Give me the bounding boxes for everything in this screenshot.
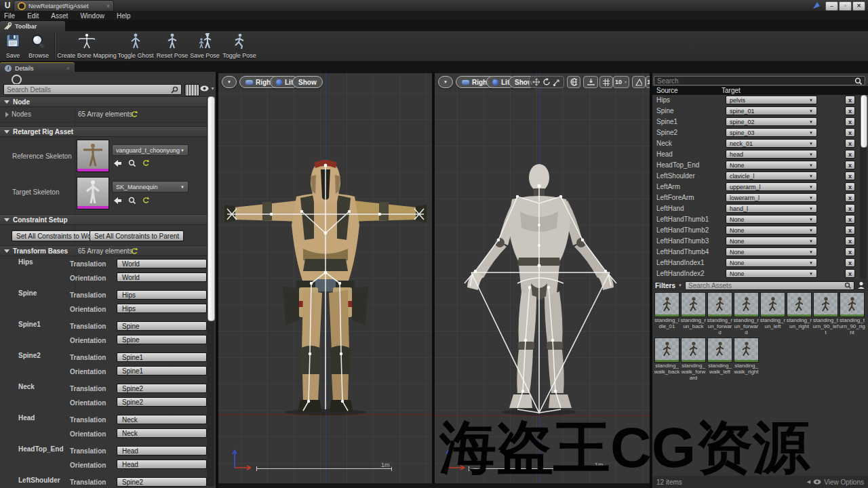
- minimize-button[interactable]: –: [825, 1, 838, 11]
- grid-snap-value-button[interactable]: 10▼: [613, 76, 629, 88]
- clear-mapping-button[interactable]: x: [845, 96, 855, 104]
- toggle-ghost-button[interactable]: Toggle Ghost: [117, 33, 155, 60]
- property-matrix-button[interactable]: [184, 84, 199, 96]
- asset-tile[interactable]: standing_run_left: [760, 292, 786, 336]
- translation-value-dropdown[interactable]: Neck: [117, 415, 207, 424]
- close-button[interactable]: ✕: [852, 1, 865, 11]
- target-bone-dropdown[interactable]: pelvis: [726, 96, 817, 104]
- rotation-snap-value-button[interactable]: 10°▼: [646, 76, 650, 88]
- viewport-options-dropdown[interactable]: ▼: [222, 76, 237, 88]
- target-bone-dropdown[interactable]: None: [726, 161, 817, 169]
- rotate-tool-icon[interactable]: [542, 78, 551, 86]
- asset-tile[interactable]: standing_turn_90_right: [839, 292, 865, 336]
- find-icon[interactable]: [128, 197, 136, 204]
- target-bone-dropdown[interactable]: None: [726, 237, 817, 245]
- menu-item[interactable]: Asset: [51, 12, 76, 20]
- reset-icon[interactable]: [130, 110, 138, 118]
- section-retarget-rig-asset[interactable]: Retarget Rig Asset: [0, 126, 207, 137]
- clear-mapping-button[interactable]: x: [845, 171, 855, 180]
- section-node[interactable]: Node: [0, 96, 207, 107]
- target-bone-dropdown[interactable]: None: [726, 215, 817, 224]
- asset-tab-close-icon[interactable]: ×: [106, 3, 110, 9]
- grid-snap-toggle-button[interactable]: [599, 76, 613, 88]
- asset-tile[interactable]: standing_run_back: [680, 292, 707, 336]
- clear-mapping-button[interactable]: x: [845, 226, 855, 235]
- clear-mapping-button[interactable]: x: [845, 247, 855, 256]
- target-skeleton-dropdown[interactable]: SK_Mannequin: [112, 181, 189, 192]
- reset-icon[interactable]: [142, 159, 149, 167]
- rotation-snap-toggle-button[interactable]: [632, 76, 646, 88]
- section-constraint-setup[interactable]: Constraint Setup: [0, 214, 207, 225]
- reference-skeleton-thumbnail[interactable]: [77, 140, 109, 172]
- reset-icon[interactable]: [142, 197, 149, 204]
- asset-tile[interactable]: standing_walk_right: [733, 338, 760, 382]
- clear-mapping-button[interactable]: x: [845, 237, 855, 245]
- asset-tile[interactable]: standing_idle_01: [654, 292, 680, 336]
- clear-mapping-button[interactable]: x: [845, 193, 855, 202]
- clear-mapping-button[interactable]: x: [845, 215, 855, 224]
- orientation-value-dropdown[interactable]: Spine: [117, 335, 207, 344]
- back-arrow-icon[interactable]: [114, 160, 122, 167]
- translation-value-dropdown[interactable]: Spine2: [117, 384, 207, 393]
- add-user-icon[interactable]: [857, 281, 865, 289]
- source-column-header[interactable]: Source: [652, 87, 722, 94]
- reference-skeleton-dropdown[interactable]: vanguard_t_choonyung: [112, 144, 189, 156]
- target-bone-dropdown[interactable]: clavicle_l: [726, 171, 817, 180]
- target-bone-dropdown[interactable]: hand_l: [726, 204, 817, 213]
- translation-value-dropdown[interactable]: Hips: [117, 290, 207, 300]
- clear-mapping-button[interactable]: x: [845, 269, 855, 278]
- search-details-input[interactable]: Search Details: [3, 84, 182, 95]
- clear-mapping-button[interactable]: x: [845, 161, 855, 169]
- target-bone-dropdown[interactable]: spine_02: [726, 117, 817, 126]
- clear-mapping-button[interactable]: x: [845, 204, 855, 213]
- details-tab-close-icon[interactable]: ×: [66, 65, 70, 72]
- back-arrow-icon[interactable]: [114, 197, 122, 204]
- translation-value-dropdown[interactable]: Spine1: [117, 352, 207, 362]
- viewport-left[interactable]: ▼ Right Lit Show 1m: [218, 73, 432, 483]
- target-bone-dropdown[interactable]: None: [726, 226, 817, 235]
- orientation-value-dropdown[interactable]: Neck: [117, 428, 207, 438]
- asset-tile[interactable]: standing_walk_left: [707, 338, 733, 382]
- target-bone-dropdown[interactable]: spine_03: [726, 128, 817, 137]
- viewport-options-dropdown[interactable]: ▼: [438, 76, 453, 88]
- clear-mapping-button[interactable]: x: [845, 182, 855, 191]
- asset-tile[interactable]: standing_run_right: [786, 292, 812, 336]
- orientation-value-dropdown[interactable]: Head: [117, 460, 207, 469]
- lock-icon[interactable]: [12, 75, 22, 85]
- reset-icon[interactable]: [130, 247, 138, 255]
- maximize-button[interactable]: ▫: [839, 1, 852, 11]
- asset-tile[interactable]: standing_walk_forward: [680, 338, 707, 382]
- expander-icon[interactable]: [5, 112, 9, 117]
- display-filter-button[interactable]: ▼: [200, 85, 215, 92]
- browse-button[interactable]: Browse: [24, 33, 53, 60]
- target-column-header[interactable]: Target: [722, 87, 741, 94]
- save-pose-button[interactable]: Save Pose: [189, 33, 221, 60]
- details-scrollbar-thumb[interactable]: [208, 96, 215, 321]
- world-local-toggle-button[interactable]: [567, 76, 580, 88]
- asset-tile[interactable]: standing_run_forward: [733, 292, 760, 336]
- create-bone-mapping-button[interactable]: Create Bone Mapping: [57, 33, 117, 60]
- save-button[interactable]: Save: [1, 33, 24, 60]
- target-bone-dropdown[interactable]: None: [726, 258, 817, 267]
- target-bone-dropdown[interactable]: None: [726, 269, 817, 278]
- menu-item[interactable]: Help: [117, 12, 139, 20]
- target-skeleton-thumbnail[interactable]: [77, 177, 109, 209]
- orientation-value-dropdown[interactable]: World: [117, 272, 207, 282]
- show-menu-button[interactable]: Show: [292, 76, 323, 88]
- target-bone-dropdown[interactable]: head: [726, 150, 817, 159]
- set-constraints-parent-button[interactable]: Set All Constraints to Parent: [90, 230, 184, 241]
- asset-tile[interactable]: standing_walk_back: [654, 338, 680, 382]
- clear-mapping-button[interactable]: x: [845, 139, 855, 148]
- move-tool-icon[interactable]: [532, 78, 540, 86]
- menu-item[interactable]: Window: [80, 12, 113, 20]
- clear-mapping-button[interactable]: x: [845, 117, 855, 126]
- asset-search-input[interactable]: Search Assets: [685, 281, 854, 290]
- clear-mapping-button[interactable]: x: [845, 258, 855, 267]
- filters-button[interactable]: Filters: [655, 282, 675, 289]
- target-bone-dropdown[interactable]: neck_01: [726, 139, 817, 148]
- mapping-search-input[interactable]: Search: [654, 76, 865, 85]
- toolbar-tab[interactable]: Toolbar: [0, 21, 65, 31]
- target-bone-dropdown[interactable]: None: [726, 247, 817, 256]
- find-icon[interactable]: [128, 159, 136, 167]
- target-bone-dropdown[interactable]: spine_01: [726, 106, 817, 115]
